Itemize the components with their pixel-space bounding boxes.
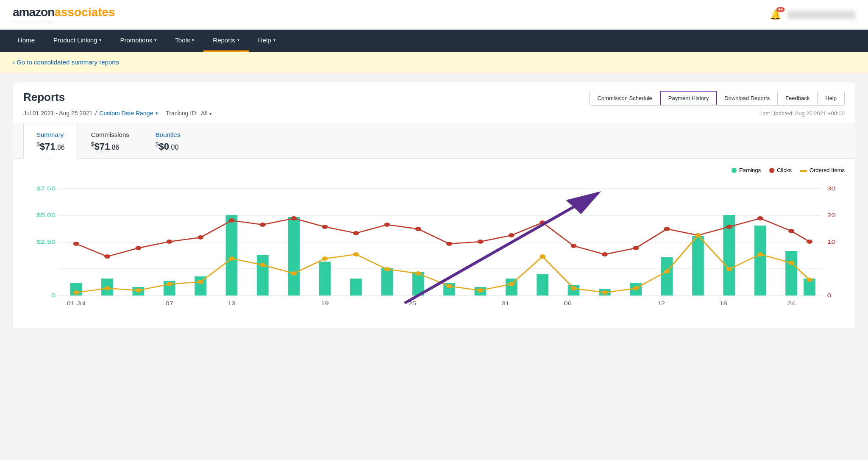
chevron-down-icon: ▾ [192,38,194,42]
consolidated-reports-link[interactable]: ‹ Go to consolidated summary reports [13,59,119,66]
tab-bounties-amount: $$0.00 [156,141,180,152]
svg-text:07: 07 [165,301,173,307]
svg-rect-24 [288,217,300,296]
svg-point-47 [229,218,235,223]
date-range-text: Jul 01 2021 - Aug 25 2021 [23,110,92,117]
tab-summary-amount: $$71.86 [36,141,65,152]
notification-bell[interactable]: 🔔 4+ [770,9,781,20]
nav-tools[interactable]: Tools ▾ [166,30,203,52]
svg-point-57 [540,220,545,225]
help-button[interactable]: Help [818,92,844,105]
svg-point-56 [509,233,515,237]
svg-rect-25 [319,262,331,296]
reports-header: Reports Commission Schedule Payment Hist… [13,82,855,106]
feedback-button[interactable]: Feedback [778,92,818,105]
last-updated-text: Last Updated: Aug 25 2021 +00:00 [760,110,845,117]
svg-rect-32 [537,274,548,296]
svg-point-66 [807,240,812,244]
svg-text:20: 20 [827,212,835,218]
chart-container: $7.50 $5.00 $2.50 0 30 20 10 0 15 10 5 0 [23,180,845,316]
main-nav: Home Product Linking ▾ Promotions ▾ Tool… [0,30,868,52]
svg-point-83 [571,286,577,290]
svg-point-74 [291,271,297,276]
svg-rect-23 [257,255,269,296]
reports-action-buttons: Commission Schedule Payment History Down… [589,91,845,106]
svg-point-86 [664,269,670,273]
tab-commissions-label: Commissions [91,131,129,138]
main-content: Reports Commission Schedule Payment Hist… [13,82,855,329]
chevron-down-icon: ▾ [156,111,158,116]
svg-point-87 [695,233,701,237]
svg-point-53 [415,227,421,231]
svg-point-52 [384,223,390,227]
tab-commissions[interactable]: Commissions $$71.86 [78,123,142,159]
svg-point-43 [104,254,110,259]
notification-badge: 4+ [776,7,785,12]
nav-product-linking[interactable]: Product Linking ▾ [44,30,111,52]
legend-earnings: Earnings [732,167,761,173]
svg-text:12: 12 [657,301,665,307]
legend-clicks-label: Clicks [777,167,792,173]
svg-point-85 [633,286,639,290]
svg-point-64 [757,216,763,220]
svg-point-50 [322,225,328,229]
nav-promotions[interactable]: Promotions ▾ [111,30,166,52]
svg-point-51 [353,231,359,235]
svg-text:01 Jul: 01 Jul [67,301,85,307]
svg-rect-40 [785,251,797,296]
legend-ordered-items: Ordered Items [800,167,845,173]
svg-point-65 [788,229,794,233]
download-reports-button[interactable]: Download Reports [717,92,778,105]
svg-point-67 [73,290,79,295]
top-header: amazonassociates —————— 🔔 4+ [0,0,868,30]
clicks-icon [769,168,774,173]
svg-point-89 [757,252,763,256]
svg-point-82 [540,254,545,259]
page-title: Reports [23,91,65,104]
logo: amazonassociates —————— [13,6,115,24]
svg-rect-26 [350,279,362,296]
svg-point-42 [73,242,79,246]
nav-help[interactable]: Help ▾ [249,30,285,52]
svg-rect-37 [692,236,704,296]
payment-history-button[interactable]: Payment History [660,91,717,106]
tab-bounties[interactable]: Bounties $$0.00 [142,123,193,159]
svg-point-80 [477,288,483,293]
chevron-down-icon: ▾ [154,38,156,42]
svg-point-69 [135,288,141,293]
svg-text:19: 19 [321,301,328,307]
chart-area: Earnings Clicks Ordered Items $7.50 [13,159,855,329]
nav-reports[interactable]: Reports ▾ [203,30,249,52]
nav-home[interactable]: Home [8,30,44,52]
date-left-controls: Jul 01 2021 - Aug 25 2021 / Custom Date … [23,110,212,117]
chart-legend: Earnings Clicks Ordered Items [23,167,845,173]
tab-summary[interactable]: Summary $$71.86 [23,123,78,159]
svg-point-78 [415,271,421,276]
svg-point-88 [726,267,732,271]
legend-ordered-items-label: Ordered Items [810,167,845,173]
chart-svg: $7.50 $5.00 $2.50 0 30 20 10 0 15 10 5 0 [23,180,845,316]
svg-point-49 [291,216,297,220]
svg-text:30: 30 [827,186,835,192]
svg-point-77 [384,267,390,271]
svg-rect-36 [661,257,673,296]
tab-summary-label: Summary [36,131,65,138]
custom-date-range-link[interactable]: Custom Date Range [99,110,153,117]
svg-text:$2.50: $2.50 [36,239,56,245]
user-account-blurred [787,11,855,19]
svg-point-45 [167,240,172,244]
svg-rect-22 [226,215,238,296]
svg-point-68 [104,286,110,290]
chevron-down-icon: ▾ [99,38,101,42]
legend-earnings-label: Earnings [739,167,761,173]
svg-text:$5.00: $5.00 [36,212,56,218]
header-right: 🔔 4+ [770,9,855,20]
tab-commissions-amount: $$71.86 [91,141,129,152]
svg-text:13: 13 [228,301,235,307]
ordered-items-icon [800,170,807,172]
consolidated-reports-banner: ‹ Go to consolidated summary reports [0,52,868,73]
svg-point-81 [509,282,515,286]
commission-schedule-button[interactable]: Commission Schedule [590,92,660,105]
svg-point-75 [322,256,328,261]
svg-point-55 [477,240,483,244]
